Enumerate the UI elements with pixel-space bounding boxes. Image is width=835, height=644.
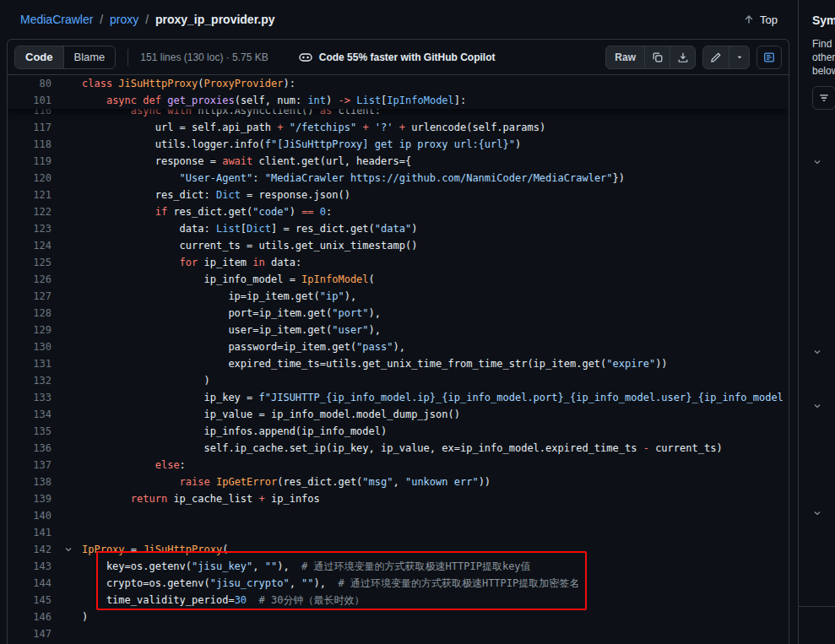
symbol-tree-chevron-down-icon[interactable] <box>812 347 822 357</box>
gutter-spacer <box>52 237 82 254</box>
gutter-spacer <box>52 575 82 592</box>
line-number-140[interactable]: 140 <box>8 507 52 524</box>
line-number-134[interactable]: 134 <box>8 406 52 423</box>
line-number-145[interactable]: 145 <box>8 592 52 609</box>
download-button[interactable] <box>670 46 695 68</box>
tab-code[interactable]: Code <box>15 46 64 68</box>
copilot-banner[interactable]: Code 55% faster with GitHub Copilot <box>299 51 496 64</box>
scroll-to-top-button[interactable]: Top <box>743 14 778 26</box>
line-number-120[interactable]: 120 <box>8 170 52 187</box>
code-line-143: 143 key=os.getenv("jisu_key", ""), # 通过环… <box>8 558 789 575</box>
code-content: ip_value = ip_info_model.model_dump_json… <box>82 406 789 423</box>
breadcrumb-folder-link[interactable]: proxy <box>110 13 138 26</box>
edit-file-button[interactable] <box>703 46 729 68</box>
symbols-panel-toggle-button[interactable] <box>756 46 782 69</box>
line-number-143[interactable]: 143 <box>8 558 52 575</box>
code-line-138: 138 raise IpGetError(res_dict.get("msg",… <box>8 474 789 490</box>
line-number-129[interactable]: 129 <box>8 322 52 338</box>
code-line-120: 120 "User-Agent": "MediaCrawler https://… <box>8 170 789 187</box>
code-line-145: 145 time_validity_period=30 # 30分钟（最长时效） <box>8 592 789 609</box>
symbols-filter-button[interactable] <box>812 86 835 110</box>
line-number-133[interactable]: 133 <box>8 389 52 406</box>
line-number-117[interactable]: 117 <box>8 119 52 136</box>
line-number-135[interactable]: 135 <box>8 423 52 440</box>
arrow-up-icon <box>743 14 755 25</box>
line-number-132[interactable]: 132 <box>8 372 52 389</box>
filter-icon <box>818 92 830 104</box>
code-line-127: 127 ip=ip_item.get("ip"), <box>8 288 789 305</box>
line-number-139[interactable]: 139 <box>8 490 52 507</box>
breadcrumb-file-name: proxy_ip_provider.py <box>155 13 275 26</box>
line-number-142[interactable]: 142 <box>8 541 52 558</box>
code-line-136: 136 self.ip_cache.set_ip(ip_key, ip_valu… <box>8 440 789 457</box>
edit-options-dropdown-button[interactable] <box>729 46 749 68</box>
copilot-banner-text: Code 55% faster with GitHub Copilot <box>319 51 496 63</box>
code-line-101: 101 async def get_proxies(self, num: int… <box>8 92 789 109</box>
gutter-spacer <box>52 558 82 575</box>
line-number-144[interactable]: 144 <box>8 575 52 592</box>
gutter-spacer <box>52 75 82 92</box>
download-icon <box>677 51 689 63</box>
symbol-tree-chevron-down-icon[interactable] <box>812 508 822 518</box>
line-number-80[interactable]: 80 <box>8 75 52 92</box>
code-line-147: 147 <box>8 625 789 642</box>
symbol-tree-chevron-down-icon[interactable] <box>812 401 822 411</box>
sticky-scope-lines: 80class JiSuHttpProxy(ProxyProvider):101… <box>8 75 789 109</box>
symbols-description-line: Find <box>812 37 835 51</box>
file-box: Code Blame 151 lines (130 loc) · 5.75 KB… <box>7 39 789 644</box>
line-number-118[interactable]: 118 <box>8 136 52 153</box>
line-number-138[interactable]: 138 <box>8 474 52 490</box>
code-blame-segmented-control: Code Blame <box>14 46 116 69</box>
code-lines: 116 async with httpx.AsyncClient() as cl… <box>8 75 789 642</box>
line-number-119[interactable]: 119 <box>8 153 52 170</box>
line-number-122[interactable]: 122 <box>8 203 52 220</box>
line-number-130[interactable]: 130 <box>8 338 52 355</box>
code-line-141: 141 <box>8 524 789 541</box>
scroll-to-top-label: Top <box>760 14 778 26</box>
code-content: async def get_proxies(self, num: int) ->… <box>82 92 789 109</box>
fold-toggle-icon[interactable] <box>52 541 82 558</box>
code-line-118: 118 utils.logger.info(f"[JiSuHttpProxy] … <box>8 136 789 153</box>
line-number-126[interactable]: 126 <box>8 271 52 288</box>
gutter-spacer <box>52 338 82 355</box>
gutter-spacer <box>52 187 82 203</box>
symbol-tree-chevron-down-icon[interactable] <box>812 157 822 167</box>
symbols-description-line: other <box>812 51 835 64</box>
symbols-panel-title: Symbols <box>812 14 835 27</box>
line-number-124[interactable]: 124 <box>8 237 52 254</box>
line-number-123[interactable]: 123 <box>8 220 52 237</box>
line-number-127[interactable]: 127 <box>8 288 52 305</box>
line-number-131[interactable]: 131 <box>8 355 52 372</box>
line-number-125[interactable]: 125 <box>8 254 52 271</box>
file-toolbar: Code Blame 151 lines (130 loc) · 5.75 KB… <box>8 40 789 75</box>
breadcrumb-separator: / <box>100 13 103 26</box>
line-number-121[interactable]: 121 <box>8 187 52 203</box>
code-line-134: 134 ip_value = ip_info_model.model_dump_… <box>8 406 789 423</box>
page: MediaCrawler / proxy / proxy_ip_provider… <box>0 0 835 644</box>
line-number-147[interactable]: 147 <box>8 625 52 642</box>
gutter-spacer <box>52 119 82 136</box>
code-content: ip_infos.append(ip_info_model) <box>82 423 789 440</box>
line-number-136[interactable]: 136 <box>8 440 52 457</box>
code-content: data: List[Dict] = res_dict.get("data") <box>82 220 789 237</box>
line-number-128[interactable]: 128 <box>8 305 52 322</box>
tab-blame[interactable]: Blame <box>64 46 116 68</box>
breadcrumb-repo-link[interactable]: MediaCrawler <box>20 13 93 26</box>
line-number-101[interactable]: 101 <box>8 92 52 109</box>
copy-raw-button[interactable] <box>644 46 670 68</box>
raw-button[interactable]: Raw <box>606 46 644 68</box>
code-content: "User-Agent": "MediaCrawler https://gith… <box>82 170 789 187</box>
code-content: return ip_cache_list + ip_infos <box>82 490 789 507</box>
gutter-spacer <box>52 254 82 271</box>
code-content: ip_key = f"JISUHTTP_{ip_info_model.ip}_{… <box>82 389 789 406</box>
code-content: time_validity_period=30 # 30分钟（最长时效） <box>82 592 789 609</box>
gutter-spacer <box>52 524 82 541</box>
gutter-spacer <box>52 136 82 153</box>
line-number-141[interactable]: 141 <box>8 524 52 541</box>
gutter-spacer <box>52 625 82 642</box>
file-view-column: MediaCrawler / proxy / proxy_ip_provider… <box>0 0 798 644</box>
line-number-146[interactable]: 146 <box>8 609 52 625</box>
line-number-137[interactable]: 137 <box>8 457 52 474</box>
code-line-133: 133 ip_key = f"JISUHTTP_{ip_info_model.i… <box>8 389 789 406</box>
chevron-down-icon <box>735 53 744 62</box>
